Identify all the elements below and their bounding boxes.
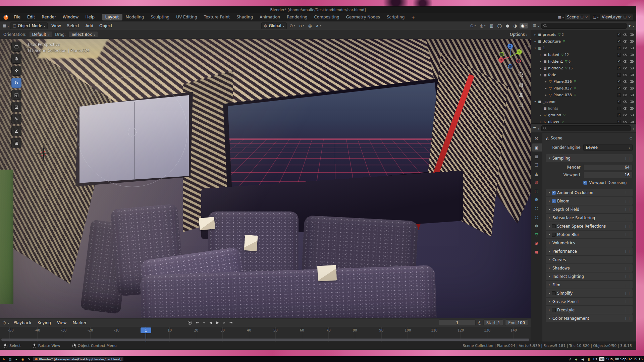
drag-grip-icon[interactable] xyxy=(624,250,631,253)
show-gizmo-icon[interactable]: ⊕ xyxy=(469,23,477,28)
options-dropdown[interactable]: Options xyxy=(510,32,527,37)
mode-dropdown[interactable]: ▢ Object Mode xyxy=(10,22,48,29)
drag-grip-icon[interactable] xyxy=(624,208,631,211)
orientation-dropdown[interactable]: ◍ Global xyxy=(261,22,287,29)
prop-section-header[interactable]: Performance xyxy=(546,247,633,255)
filter-icon[interactable] xyxy=(629,24,631,27)
workspace-tab[interactable]: Sculpting xyxy=(147,14,173,20)
jump-to-start-button[interactable]: ⇤ xyxy=(195,320,200,325)
transform-tool[interactable]: ⊡ xyxy=(11,102,21,112)
measure-tool[interactable]: ∡ xyxy=(11,126,21,136)
drag-grip-icon[interactable] xyxy=(624,292,631,295)
new-scene-icon[interactable] xyxy=(581,15,584,19)
workspace-tab[interactable]: Modeling xyxy=(122,14,148,20)
volume-tray-icon[interactable]: ◀ xyxy=(580,357,585,361)
outliner-row[interactable]: 3dtexture xyxy=(531,38,636,45)
section-checkbox[interactable] xyxy=(552,291,556,295)
disable-render-icon[interactable] xyxy=(630,113,634,117)
scale-tool[interactable]: ◱ xyxy=(11,90,21,100)
row-label[interactable]: baked xyxy=(548,53,559,57)
prop-section-header[interactable]: Freestyle xyxy=(546,306,633,314)
selectable-checkbox[interactable] xyxy=(617,80,621,83)
network-tray-icon[interactable]: ⇄ xyxy=(568,357,572,361)
row-label[interactable]: 3dtexture xyxy=(543,39,561,44)
outliner-row[interactable]: fade xyxy=(531,71,636,78)
3d-viewport-canvas[interactable]: User Perspective (1) Scene Collection | … xyxy=(0,39,531,318)
prop-section-header[interactable]: Ambient Occlusion xyxy=(546,189,633,196)
rendered-shading-icon[interactable]: ◉ xyxy=(520,23,528,28)
number-field[interactable]: 64 xyxy=(583,164,633,170)
wireframe-shading-icon[interactable]: ◯ xyxy=(496,23,503,28)
hide-eye-icon[interactable] xyxy=(623,33,628,37)
clock-icon[interactable]: ◷ xyxy=(478,320,481,325)
remove-viewlayer-icon[interactable] xyxy=(628,15,631,19)
drag-grip-icon[interactable] xyxy=(624,283,631,287)
selectable-checkbox[interactable] xyxy=(617,40,621,43)
hide-eye-icon[interactable] xyxy=(623,73,628,77)
proportional-editing-icon[interactable]: ◎ xyxy=(307,23,313,28)
hide-eye-icon[interactable] xyxy=(623,120,628,124)
timeline-menu-item[interactable]: View xyxy=(55,320,69,326)
hide-eye-icon[interactable] xyxy=(623,86,628,90)
outliner-search-input[interactable] xyxy=(548,24,625,28)
texture-tab[interactable]: ▦ xyxy=(532,248,542,256)
select-box-tool[interactable]: ▢ xyxy=(11,42,21,52)
unlink-scene-icon[interactable] xyxy=(585,15,588,19)
show-overlays-icon[interactable]: ◎ xyxy=(478,23,487,28)
axis-z-label[interactable]: Z xyxy=(509,45,511,48)
ortho-toggle-icon[interactable] xyxy=(518,102,524,108)
number-field[interactable]: 16 xyxy=(583,172,633,178)
drag-grip-icon[interactable] xyxy=(624,266,631,270)
start-frame-field[interactable]: Start 1 xyxy=(483,319,503,326)
browse-viewlayer-icon[interactable] xyxy=(593,15,596,19)
disable-render-icon[interactable] xyxy=(630,86,634,90)
prop-section-header[interactable]: Motion Blur xyxy=(546,231,633,238)
drag-grip-icon[interactable] xyxy=(624,300,631,303)
selectable-checkbox[interactable] xyxy=(617,60,621,63)
browser-icon[interactable]: ◉ xyxy=(20,357,25,361)
disable-render-icon[interactable] xyxy=(630,53,634,57)
cursor-tool[interactable]: ⊕ xyxy=(11,54,21,64)
menu-item[interactable]: Window xyxy=(60,14,81,20)
selectable-checkbox[interactable] xyxy=(617,107,621,110)
section-checkbox[interactable] xyxy=(552,224,556,228)
rotate-tool[interactable]: ↻ xyxy=(11,78,21,88)
drag-grip-icon[interactable] xyxy=(624,191,631,194)
hide-eye-icon[interactable] xyxy=(623,59,628,64)
workspace-tab[interactable]: Scripting xyxy=(383,14,408,20)
prop-section-header[interactable]: Simplify xyxy=(546,289,633,297)
prop-section-header[interactable]: Volumetrics xyxy=(546,239,633,247)
axis-x-label[interactable]: X xyxy=(500,59,502,62)
workspace-tab[interactable]: Shading xyxy=(233,14,256,20)
move-tool[interactable]: ✛ xyxy=(11,66,21,76)
row-label[interactable]: 1 xyxy=(543,46,545,50)
selectable-checkbox[interactable] xyxy=(617,53,621,57)
output-tab[interactable]: ▤ xyxy=(532,152,542,160)
disable-render-icon[interactable] xyxy=(630,120,634,124)
outliner-row[interactable]: 1 xyxy=(531,45,636,51)
selectable-checkbox[interactable] xyxy=(617,33,621,37)
drag-grip-icon[interactable] xyxy=(624,216,631,220)
expand-arrow-icon[interactable] xyxy=(533,40,537,43)
outliner-row[interactable]: ground xyxy=(531,112,636,118)
menu-item[interactable]: File xyxy=(11,14,23,20)
drag-grip-icon[interactable] xyxy=(624,317,631,320)
hide-eye-icon[interactable] xyxy=(623,106,628,111)
hide-eye-icon[interactable] xyxy=(623,39,628,44)
workspace-tab[interactable]: Geometry Nodes xyxy=(343,14,383,20)
viewport-menu-item[interactable]: Object xyxy=(97,23,115,29)
hide-eye-icon[interactable] xyxy=(623,79,628,84)
annotate-tool[interactable]: ✎ xyxy=(11,114,21,124)
row-label[interactable]: presets xyxy=(543,33,556,37)
prop-section-header[interactable]: Curves xyxy=(546,256,633,263)
disable-render-icon[interactable] xyxy=(630,46,634,50)
outliner-row[interactable]: Plane.038 xyxy=(531,92,636,98)
viewport-menu-item[interactable]: View xyxy=(49,23,63,29)
disable-render-icon[interactable] xyxy=(630,93,634,97)
row-label[interactable]: lights xyxy=(548,106,558,111)
prop-section-header[interactable]: Indirect Lighting xyxy=(546,273,633,280)
prop-section-header[interactable]: Bloom xyxy=(546,197,633,205)
section-checkbox[interactable] xyxy=(552,233,556,237)
expand-arrow-icon[interactable] xyxy=(544,80,548,83)
expand-arrow-icon[interactable] xyxy=(538,114,543,117)
